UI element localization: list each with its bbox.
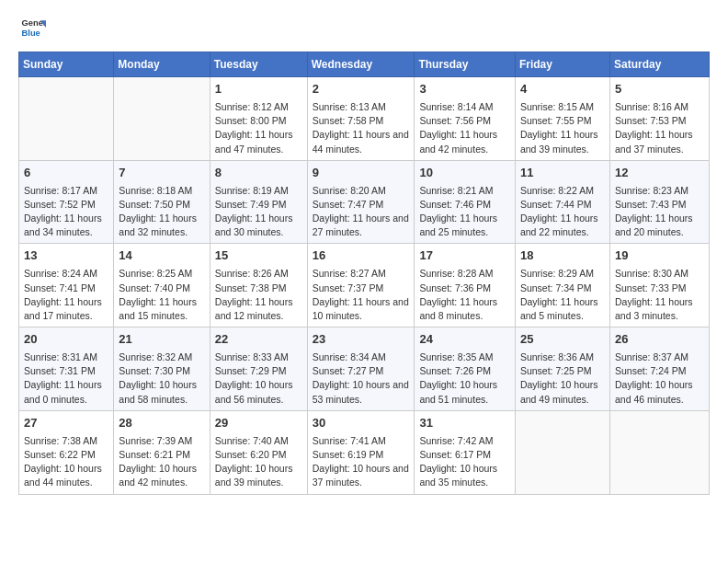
cell-day-number: 29 — [215, 415, 302, 432]
cell-day-number: 22 — [215, 331, 302, 349]
cell-info-text: Sunrise: 8:18 AM Sunset: 7:50 PM Dayligh… — [119, 184, 204, 240]
cell-day-number: 26 — [615, 331, 704, 349]
cell-day-number: 15 — [215, 247, 302, 265]
cell-day-number: 24 — [419, 331, 510, 349]
calendar-cell: 24Sunrise: 8:35 AM Sunset: 7:26 PM Dayli… — [415, 327, 516, 411]
calendar-cell: 11Sunrise: 8:22 AM Sunset: 7:44 PM Dayli… — [515, 160, 609, 244]
cell-info-text: Sunrise: 8:32 AM Sunset: 7:30 PM Dayligh… — [119, 350, 204, 407]
calendar-cell: 4Sunrise: 8:15 AM Sunset: 7:55 PM Daylig… — [515, 77, 609, 161]
cell-day-number: 14 — [119, 247, 204, 265]
cell-day-number: 9 — [313, 165, 410, 182]
cell-info-text: Sunrise: 8:12 AM Sunset: 8:00 PM Dayligh… — [215, 100, 302, 156]
calendar-cell — [609, 410, 709, 494]
cell-day-number: 20 — [24, 331, 108, 349]
cell-info-text: Sunrise: 8:15 AM Sunset: 7:55 PM Dayligh… — [520, 100, 605, 156]
calendar-cell — [515, 410, 609, 494]
day-header-wednesday: Wednesday — [307, 52, 415, 77]
cell-day-number: 31 — [419, 415, 510, 432]
cell-info-text: Sunrise: 8:20 AM Sunset: 7:47 PM Dayligh… — [313, 184, 410, 240]
cell-info-text: Sunrise: 8:13 AM Sunset: 7:58 PM Dayligh… — [313, 100, 410, 156]
calendar-cell: 22Sunrise: 8:33 AM Sunset: 7:29 PM Dayli… — [210, 327, 307, 411]
calendar-week-row: 20Sunrise: 8:31 AM Sunset: 7:31 PM Dayli… — [19, 327, 710, 411]
cell-day-number: 21 — [119, 331, 204, 349]
cell-day-number: 27 — [24, 415, 108, 432]
cell-info-text: Sunrise: 7:40 AM Sunset: 6:20 PM Dayligh… — [215, 434, 302, 490]
cell-day-number: 25 — [520, 331, 605, 349]
day-header-thursday: Thursday — [415, 52, 516, 77]
calendar-cell: 31Sunrise: 7:42 AM Sunset: 6:17 PM Dayli… — [415, 410, 516, 494]
calendar-cell: 7Sunrise: 8:18 AM Sunset: 7:50 PM Daylig… — [114, 160, 210, 244]
day-header-saturday: Saturday — [609, 52, 709, 77]
cell-day-number: 30 — [313, 415, 410, 432]
day-header-sunday: Sunday — [19, 52, 114, 77]
calendar-cell: 10Sunrise: 8:21 AM Sunset: 7:46 PM Dayli… — [415, 160, 516, 244]
svg-text:General: General — [22, 18, 46, 28]
cell-day-number: 10 — [419, 165, 510, 182]
calendar-cell: 20Sunrise: 8:31 AM Sunset: 7:31 PM Dayli… — [19, 327, 114, 411]
calendar-cell: 5Sunrise: 8:16 AM Sunset: 7:53 PM Daylig… — [609, 77, 709, 161]
calendar-cell: 8Sunrise: 8:19 AM Sunset: 7:49 PM Daylig… — [210, 160, 307, 244]
calendar-cell: 18Sunrise: 8:29 AM Sunset: 7:34 PM Dayli… — [515, 244, 609, 327]
cell-day-number: 3 — [419, 81, 510, 98]
cell-day-number: 5 — [615, 81, 704, 98]
cell-day-number: 7 — [119, 165, 204, 182]
cell-day-number: 19 — [615, 247, 704, 265]
calendar-table: SundayMondayTuesdayWednesdayThursdayFrid… — [18, 52, 710, 495]
cell-info-text: Sunrise: 8:24 AM Sunset: 7:41 PM Dayligh… — [24, 267, 108, 323]
calendar-week-row: 13Sunrise: 8:24 AM Sunset: 7:41 PM Dayli… — [19, 244, 710, 327]
calendar-cell: 30Sunrise: 7:41 AM Sunset: 6:19 PM Dayli… — [307, 410, 415, 494]
cell-day-number: 18 — [520, 247, 605, 265]
svg-text:Blue: Blue — [22, 29, 40, 38]
calendar-cell: 1Sunrise: 8:12 AM Sunset: 8:00 PM Daylig… — [210, 77, 307, 161]
day-header-monday: Monday — [114, 52, 210, 77]
calendar-cell — [114, 77, 210, 161]
cell-info-text: Sunrise: 8:23 AM Sunset: 7:43 PM Dayligh… — [615, 184, 704, 240]
calendar-week-row: 27Sunrise: 7:38 AM Sunset: 6:22 PM Dayli… — [19, 410, 710, 494]
day-header-friday: Friday — [515, 52, 609, 77]
cell-day-number: 16 — [313, 247, 410, 265]
calendar-cell: 3Sunrise: 8:14 AM Sunset: 7:56 PM Daylig… — [415, 77, 516, 161]
cell-info-text: Sunrise: 8:36 AM Sunset: 7:25 PM Dayligh… — [520, 350, 605, 407]
cell-info-text: Sunrise: 8:30 AM Sunset: 7:33 PM Dayligh… — [615, 267, 704, 323]
calendar-cell: 9Sunrise: 8:20 AM Sunset: 7:47 PM Daylig… — [307, 160, 415, 244]
cell-info-text: Sunrise: 8:21 AM Sunset: 7:46 PM Dayligh… — [419, 184, 510, 240]
calendar-week-row: 6Sunrise: 8:17 AM Sunset: 7:52 PM Daylig… — [19, 160, 710, 244]
calendar-cell: 15Sunrise: 8:26 AM Sunset: 7:38 PM Dayli… — [210, 244, 307, 327]
cell-day-number: 2 — [313, 81, 410, 98]
cell-info-text: Sunrise: 8:17 AM Sunset: 7:52 PM Dayligh… — [24, 184, 108, 240]
cell-info-text: Sunrise: 8:14 AM Sunset: 7:56 PM Dayligh… — [419, 100, 510, 156]
calendar-cell: 27Sunrise: 7:38 AM Sunset: 6:22 PM Dayli… — [19, 410, 114, 494]
calendar-cell: 12Sunrise: 8:23 AM Sunset: 7:43 PM Dayli… — [609, 160, 709, 244]
cell-day-number: 6 — [24, 165, 108, 182]
cell-day-number: 28 — [119, 415, 204, 432]
cell-info-text: Sunrise: 7:41 AM Sunset: 6:19 PM Dayligh… — [313, 434, 410, 490]
cell-info-text: Sunrise: 8:34 AM Sunset: 7:27 PM Dayligh… — [313, 350, 410, 407]
calendar-cell: 26Sunrise: 8:37 AM Sunset: 7:24 PM Dayli… — [609, 327, 709, 411]
cell-info-text: Sunrise: 8:29 AM Sunset: 7:34 PM Dayligh… — [520, 267, 605, 323]
calendar-header-row: SundayMondayTuesdayWednesdayThursdayFrid… — [19, 52, 710, 77]
calendar-cell: 28Sunrise: 7:39 AM Sunset: 6:21 PM Dayli… — [114, 410, 210, 494]
cell-info-text: Sunrise: 8:25 AM Sunset: 7:40 PM Dayligh… — [119, 267, 204, 323]
calendar-cell: 2Sunrise: 8:13 AM Sunset: 7:58 PM Daylig… — [307, 77, 415, 161]
cell-info-text: Sunrise: 8:33 AM Sunset: 7:29 PM Dayligh… — [215, 350, 302, 407]
calendar-cell: 17Sunrise: 8:28 AM Sunset: 7:36 PM Dayli… — [415, 244, 516, 327]
cell-info-text: Sunrise: 8:19 AM Sunset: 7:49 PM Dayligh… — [215, 184, 302, 240]
cell-day-number: 17 — [419, 247, 510, 265]
cell-info-text: Sunrise: 8:22 AM Sunset: 7:44 PM Dayligh… — [520, 184, 605, 240]
cell-info-text: Sunrise: 7:39 AM Sunset: 6:21 PM Dayligh… — [119, 434, 204, 490]
calendar-cell: 16Sunrise: 8:27 AM Sunset: 7:37 PM Dayli… — [307, 244, 415, 327]
calendar-cell: 21Sunrise: 8:32 AM Sunset: 7:30 PM Dayli… — [114, 327, 210, 411]
calendar-week-row: 1Sunrise: 8:12 AM Sunset: 8:00 PM Daylig… — [19, 77, 710, 161]
calendar-cell — [19, 77, 114, 161]
cell-day-number: 8 — [215, 165, 302, 182]
calendar-cell: 23Sunrise: 8:34 AM Sunset: 7:27 PM Dayli… — [307, 327, 415, 411]
cell-day-number: 1 — [215, 81, 302, 98]
calendar-cell: 25Sunrise: 8:36 AM Sunset: 7:25 PM Dayli… — [515, 327, 609, 411]
cell-day-number: 11 — [520, 165, 605, 182]
logo-icon: General Blue — [20, 15, 46, 40]
page-header: General Blue — [18, 15, 710, 44]
cell-day-number: 12 — [615, 165, 704, 182]
cell-info-text: Sunrise: 8:31 AM Sunset: 7:31 PM Dayligh… — [24, 350, 108, 407]
cell-info-text: Sunrise: 8:37 AM Sunset: 7:24 PM Dayligh… — [615, 350, 704, 407]
cell-info-text: Sunrise: 8:35 AM Sunset: 7:26 PM Dayligh… — [419, 350, 510, 407]
